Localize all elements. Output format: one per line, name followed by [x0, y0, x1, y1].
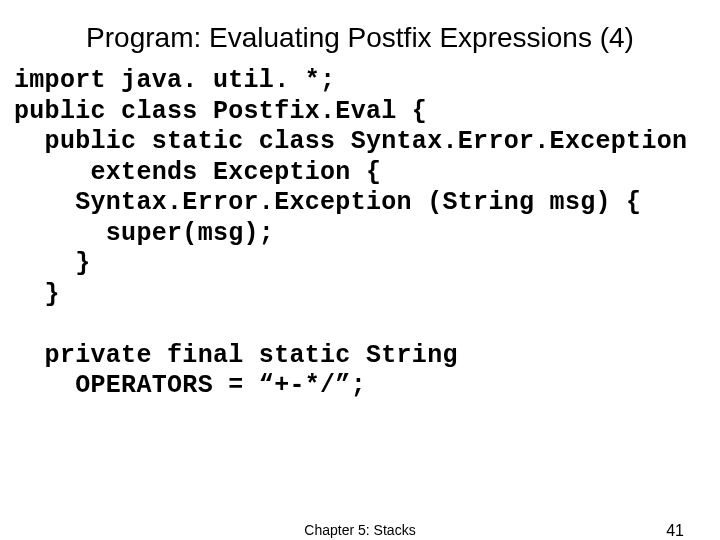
code-block: import java. util. *; public class Postf…: [0, 66, 720, 402]
slide-title: Program: Evaluating Postfix Expressions …: [0, 0, 720, 66]
footer-page-number: 41: [666, 522, 684, 540]
footer-chapter-label: Chapter 5: Stacks: [304, 522, 415, 538]
